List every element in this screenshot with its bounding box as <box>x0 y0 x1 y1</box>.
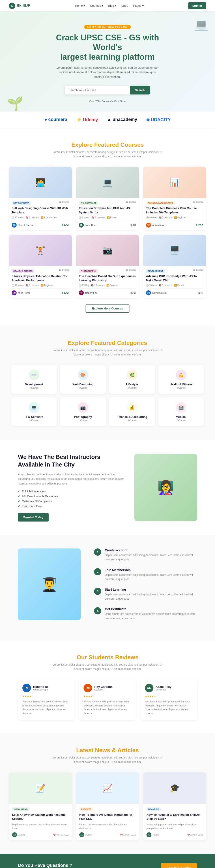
news-author-name: Author <box>85 834 92 836</box>
news-author: AU Author <box>12 832 25 837</box>
course-enrolled: 61 Enrolled <box>59 201 69 203</box>
category-icon: 🏥 <box>176 402 186 413</box>
course-footer: MH Mike Hume Free <box>12 288 69 295</box>
review-text: Faucibus finibus felis pretium aliuam ar… <box>145 700 192 715</box>
news-date: 📅 April 9, 2022 <box>53 834 69 836</box>
nav-blog[interactable]: Blog ▾ <box>108 4 116 7</box>
news-image: 📈 <box>76 772 139 804</box>
brand-coursera[interactable]: ● coursera <box>44 117 67 122</box>
reviewer-avatar: AR <box>145 684 153 692</box>
reviewer-avatar: RC <box>83 684 92 692</box>
hero-title: Crack UPSC CSE - GS with World's largest… <box>42 33 173 62</box>
check-icon: ✓ <box>18 490 20 493</box>
review-stars: ★★★★☆ <box>145 695 192 698</box>
course-title: The Complete Business Plan Course Includ… <box>146 206 203 214</box>
course-meta: 🕐 12 Week 📚 2 Lessons 📶 Beginner <box>12 284 69 286</box>
course-tag: Development <box>146 269 165 273</box>
step-number: 2 <box>94 568 101 576</box>
nav-shop[interactable]: Shop <box>121 4 128 7</box>
brand-udemy[interactable]: ⚡ Udemy <box>76 117 98 122</box>
hero-stats: Over 700+ Courses In One Place <box>89 100 126 102</box>
category-card[interactable]: 💪 Health & Fitness 4 Course <box>158 365 204 394</box>
news-body: Branding How To Register & Enrolled on S… <box>143 804 206 840</box>
course-card[interactable]: 📊 Finance & Accounting 21 Enrolled The C… <box>143 167 206 230</box>
news-card[interactable]: 📈 Business How To Improove Digital Marke… <box>76 772 139 840</box>
reviews-header: Our Students Reviews Lorem ipsum dolor s… <box>18 654 197 671</box>
instructor-name: Adam May <box>152 224 164 226</box>
enroll-button[interactable]: Enroled Today <box>18 513 48 522</box>
category-card[interactable]: 🌿 Lifestyle 4 Course <box>109 365 155 394</box>
featured-categories-title: Explore Featured Categories <box>9 340 206 346</box>
brand-unacademy[interactable]: ▲ unacademy <box>107 117 137 122</box>
category-count: 3 Course <box>16 419 52 422</box>
nav-courses[interactable]: Courses ▾ <box>90 4 103 7</box>
step-title: Get Certificate <box>105 607 197 611</box>
course-price: $70 <box>131 223 136 227</box>
category-name: IT & Software <box>16 415 52 418</box>
news-footer: AU Author 📅 April 9, 2022 <box>146 832 203 837</box>
instructors-image-container: 👩‍🏫 <box>134 454 197 521</box>
news-desc: Dapibusam accumsam hac facilisis rhoncus… <box>12 823 69 830</box>
brand-logo[interactable]: S SkillUP <box>9 3 31 9</box>
category-card[interactable]: 📷 Photography 1 Course <box>60 397 106 426</box>
course-meta: 🕐 12 Week 📚 5 Lessons 📶 Intermediate <box>12 216 69 219</box>
news-header: Latest News & Articles Lorem ipsum dolor… <box>9 747 206 764</box>
feature-item: ✓ Free Trial 7 Days <box>18 505 126 508</box>
category-card[interactable]: 💻 IT & Software 3 Course <box>11 397 57 426</box>
course-price: $86 <box>131 291 136 295</box>
category-card[interactable]: 🎨 Web Designing 4 Course <box>60 365 106 394</box>
course-tag: Health & Fitness <box>12 269 34 273</box>
category-card[interactable]: ⌨️ Development 4 Course <box>11 365 57 394</box>
nav-pages[interactable]: Pages ▾ <box>133 4 144 7</box>
course-card[interactable]: 🖥️ Development 12 Enrolled Advance PHP K… <box>143 235 206 298</box>
news-card[interactable]: 📝 Accounting Let's Know How Skillup Work… <box>9 772 72 840</box>
logo-text: SkillUP <box>16 3 31 8</box>
course-instructor: RF Robert Fox <box>79 290 97 295</box>
reviews-title: Our Students Reviews <box>18 654 197 661</box>
nav-home[interactable]: Home ▾ <box>75 4 85 7</box>
category-icon: 🎨 <box>78 370 88 380</box>
cta-heading: Do You Have Questions ? <box>18 863 72 868</box>
how-image-container: 👨‍🎓 <box>18 549 81 620</box>
brands-bar: ● coursera ⚡ Udemy ▲ unacademy ◆ UDACITY <box>0 112 215 128</box>
hero-section: 🌱 💻 Listen To Our New Podcast Crack UPSC… <box>0 11 215 112</box>
course-tag: Photography <box>79 269 98 273</box>
reviewer-info: AR Adam Riley Developer <box>145 684 192 692</box>
category-card[interactable]: 💰 Finance & Accounting 3 Course <box>109 397 155 426</box>
featured-courses-desc: Lorem ipsum dolor sit amet, consectetur … <box>51 150 164 159</box>
course-enrolled: 12 Enrolled <box>126 269 136 271</box>
category-icon: ⌨️ <box>29 370 39 380</box>
instructor-avatar: JD <box>79 223 84 227</box>
news-grid: 📝 Accounting Let's Know How Skillup Work… <box>9 772 206 840</box>
search-input[interactable] <box>65 86 130 94</box>
category-count: 4 Course <box>114 386 150 389</box>
news-card[interactable]: 🎓 Branding How To Register & Enrolled on… <box>143 772 206 840</box>
course-title: Fitness, Physical Education Relation To … <box>12 274 69 282</box>
category-card[interactable]: 🏥 Medical 2 Course <box>158 397 204 426</box>
category-name: Lifestyle <box>114 382 150 386</box>
course-instructor: MH Mike Hume <box>12 290 31 295</box>
step-desc: Dapibusam accumsam adipiscing dapibulum.… <box>105 573 197 582</box>
review-card: RC Roy Cardona Designer ★★★★☆ Faucibus f… <box>79 679 136 720</box>
course-card[interactable]: 💻 IT & Software 12 Enrolled Education So… <box>76 167 139 230</box>
cta-button[interactable]: Contact Us Today <box>161 863 197 868</box>
brand-udacity[interactable]: ◆ UDACITY <box>146 117 171 122</box>
course-card[interactable]: 👩‍💻 Development 61 Enrolled Full Web Des… <box>9 167 72 230</box>
search-button[interactable]: Search <box>130 86 150 94</box>
how-it-works-section: 👨‍🎓 1 Create account Dapibusam accumsam … <box>0 535 215 641</box>
explore-courses-button[interactable]: Explore More Courses <box>85 304 130 313</box>
category-count: 3 Course <box>114 419 150 422</box>
news-author: AU Author <box>146 832 159 837</box>
course-tag: Development <box>12 201 31 205</box>
signin-button[interactable]: Sign In <box>188 2 206 9</box>
reviewer-role: Developer <box>156 688 172 691</box>
course-card[interactable]: 🏋️ Health & Fitness 18 Enrolled Fitness,… <box>9 235 72 298</box>
category-icon: 💰 <box>127 402 138 413</box>
categories-grid: ⌨️ Development 4 Course 🎨 Web Designing … <box>11 365 204 426</box>
category-icon: 💪 <box>176 370 186 380</box>
course-card[interactable]: 📷 Photography 12 Enrolled The Idea Was B… <box>76 235 139 298</box>
step-number: 4 <box>94 607 101 614</box>
hero-description: Lorem ipsum dolor sit amet, consectetur … <box>56 65 159 80</box>
course-tag: IT & Software <box>79 201 98 205</box>
feature-item: ✓ 20+ Downloadable Resources <box>18 495 126 498</box>
